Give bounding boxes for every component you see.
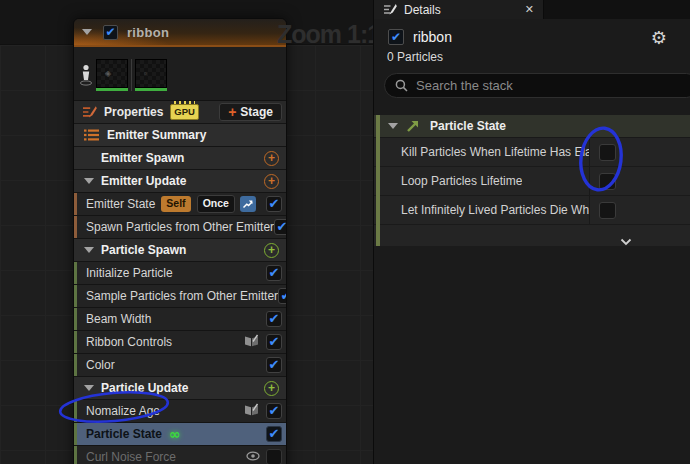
stack-row-sample-particles-other-emitter[interactable]: Sample Particles from Other Emitter ✔ — [74, 285, 286, 307]
collapse-triangle-icon[interactable] — [84, 178, 94, 184]
stack-row-emitter-spawn[interactable]: Emitter Spawn + — [74, 147, 286, 169]
thumbnail-active-bar — [135, 88, 167, 91]
add-module-button[interactable]: + — [264, 151, 279, 166]
emitter-header[interactable]: ✔ ribbon — [74, 19, 286, 47]
particle-update-arrow-icon — [406, 119, 420, 133]
person-icon — [79, 63, 93, 91]
eye-icon[interactable] — [246, 450, 260, 464]
module-enabled-checkbox[interactable]: ✔ — [266, 426, 282, 442]
scratch-pad-icon — [243, 403, 260, 420]
details-pencil-icon — [383, 3, 397, 16]
module-enabled-checkbox[interactable]: ✔ — [266, 196, 282, 212]
summary-list-icon — [84, 129, 99, 141]
add-module-button[interactable]: + — [264, 381, 279, 396]
property-row-let-infinitely-lived-die[interactable]: Let Infinitely Lived Particles Die Whe — [374, 196, 690, 225]
property-label: Let Infinitely Lived Particles Die Whe — [401, 203, 589, 217]
stack-row-initialize-particle[interactable]: Initialize Particle ✔ — [74, 262, 286, 284]
gpu-sim-badge: GPU — [170, 104, 199, 119]
collapse-triangle-icon[interactable] — [84, 247, 94, 253]
section-title: Particle State — [430, 119, 506, 133]
checkmark-icon: ✔ — [269, 427, 280, 440]
emitter-thumbnail-strip: ◈ ▫ — [74, 47, 286, 101]
stack-row-ribbon-controls[interactable]: Ribbon Controls ✔ — [74, 331, 286, 353]
properties-label: Properties — [104, 105, 163, 119]
checkmark-icon: ✔ — [277, 220, 287, 233]
tab-details[interactable]: Details ✕ — [374, 0, 544, 19]
module-enabled-checkbox[interactable]: ✔ — [266, 357, 282, 373]
property-row-loop-particles-lifetime[interactable]: Loop Particles Lifetime — [374, 167, 690, 196]
stack-row-nomalize-age[interactable]: Nomalize Age ✔ — [74, 400, 286, 422]
checkmark-icon: ✔ — [281, 289, 287, 302]
stack-row-curl-noise-force[interactable]: Curl Noise Force — [74, 446, 286, 464]
property-row-kill-particles[interactable]: Kill Particles When Lifetime Has Elap — [374, 138, 690, 167]
module-enabled-checkbox[interactable]: ✔ — [266, 334, 282, 350]
details-emitter-name: ribbon — [413, 29, 452, 45]
scratch-pad-icon — [243, 334, 260, 351]
add-module-button[interactable]: + — [264, 243, 279, 258]
checkmark-icon: ✔ — [391, 31, 401, 43]
thumbnail-active-bar — [96, 88, 128, 91]
add-stage-label: Stage — [240, 105, 273, 119]
checkmark-icon: ✔ — [269, 197, 280, 210]
stack-search-box[interactable] — [384, 73, 690, 98]
property-label: Loop Particles Lifetime — [401, 174, 522, 188]
stack-row-particle-spawn[interactable]: Particle Spawn + — [74, 239, 286, 261]
section-expander-row[interactable] — [374, 225, 690, 246]
module-enabled-checkbox[interactable]: ✔ — [266, 265, 282, 281]
stack-row-color[interactable]: Color ✔ — [74, 354, 286, 376]
stack-row-beam-width[interactable]: Beam Width ✔ — [74, 308, 286, 330]
add-stage-button[interactable]: + Stage — [219, 103, 282, 121]
checkmark-icon: ✔ — [269, 335, 280, 348]
collapse-triangle-icon[interactable] — [82, 29, 92, 35]
collapse-triangle-icon[interactable] — [84, 385, 94, 391]
stack-row-particle-state[interactable]: Particle State ∞ ✔ — [74, 423, 286, 445]
add-module-button[interactable]: + — [264, 174, 279, 189]
stack-row-particle-update[interactable]: Particle Update + — [74, 377, 286, 399]
particle-count-label: 0 Particles — [387, 50, 690, 64]
collapse-triangle-icon[interactable] — [388, 123, 398, 129]
tab-strip: Details ✕ — [374, 0, 690, 19]
checkmark-icon: ✔ — [269, 358, 280, 371]
property-checkbox[interactable] — [599, 202, 616, 219]
property-checkbox[interactable] — [599, 173, 616, 190]
infinite-lifetime-icon: ∞ — [169, 427, 181, 441]
emitter-enabled-checkbox[interactable]: ✔ — [388, 29, 404, 45]
details-emitter-row: ✔ ribbon — [388, 29, 690, 45]
emitter-stack: Emitter Summary Emitter Spawn + Emitter … — [74, 124, 286, 464]
particle-state-section: Particle State Kill Particles When Lifet… — [374, 115, 690, 246]
viewport-zoom-indicator: Zoom 1:1 — [277, 20, 380, 49]
search-icon — [395, 79, 408, 92]
lifecycle-self-badge: Self — [161, 196, 190, 213]
thumbnail-preview-glyph: ◈ — [105, 69, 111, 78]
loop-once-badge: Once — [197, 195, 235, 214]
tab-details-label: Details — [404, 3, 518, 17]
chevron-down-icon[interactable] — [620, 232, 632, 250]
renderer-thumbnail-sprite[interactable]: ▫ — [135, 59, 167, 88]
properties-row[interactable]: Properties GPU + Stage — [74, 101, 286, 124]
search-input[interactable] — [416, 78, 688, 93]
module-enabled-checkbox[interactable]: ✔ — [266, 403, 282, 419]
emitter-enabled-checkbox[interactable]: ✔ — [103, 25, 118, 40]
close-icon[interactable]: ✕ — [525, 4, 534, 15]
stack-row-emitter-state[interactable]: Emitter State Self Once ✔ — [74, 193, 286, 215]
module-enabled-checkbox[interactable]: ✔ — [266, 311, 282, 327]
details-panel: Details ✕ ✔ ribbon ⚙ 0 Particles Particl… — [373, 0, 690, 464]
checkmark-icon: ✔ — [269, 404, 280, 417]
thumbnail-preview-glyph: ▫ — [144, 69, 147, 78]
particle-state-section-header[interactable]: Particle State — [374, 115, 690, 138]
thumbnail-divider — [131, 59, 132, 91]
module-enabled-checkbox[interactable]: ✔ — [274, 219, 287, 235]
module-enabled-checkbox[interactable]: ✔ — [278, 288, 287, 304]
emitter-stack-panel: ✔ ribbon ◈ ▫ Properties GPU + Stage Emit… — [73, 18, 287, 464]
module-enabled-checkbox[interactable] — [266, 449, 282, 464]
emitter-title: ribbon — [127, 25, 169, 40]
scalability-chart-icon — [240, 196, 256, 212]
renderer-thumbnail-ribbon[interactable]: ◈ — [96, 59, 128, 88]
checkmark-icon: ✔ — [269, 266, 280, 279]
stack-row-emitter-update[interactable]: Emitter Update + — [74, 170, 286, 192]
gear-icon[interactable]: ⚙ — [651, 29, 667, 47]
stack-row-spawn-particles-other-emitter[interactable]: Spawn Particles from Other Emitter ✔ — [74, 216, 286, 238]
property-checkbox[interactable] — [599, 144, 616, 161]
plus-icon: + — [228, 105, 236, 119]
stack-row-emitter-summary[interactable]: Emitter Summary — [74, 124, 286, 146]
